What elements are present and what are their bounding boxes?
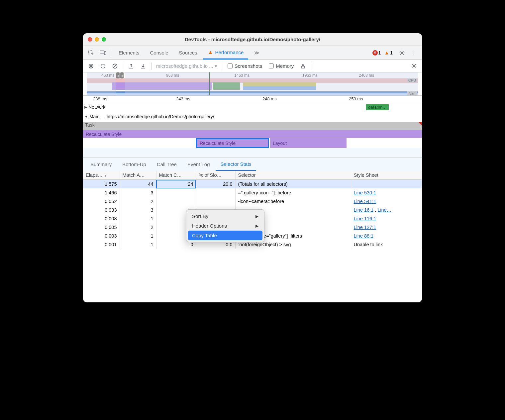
ruler-tick: 243 ms (176, 96, 190, 101)
menu-sortby[interactable]: Sort By ▶ (188, 211, 262, 221)
tab-console[interactable]: Console (146, 46, 173, 59)
kebab-menu-icon[interactable]: ⋮ (409, 48, 419, 58)
garbage-collect-icon[interactable] (298, 61, 308, 71)
tab-summary[interactable]: Summary (86, 158, 116, 171)
main-track-header[interactable]: ▼ Main — https://microsoftedge.github.io… (83, 113, 422, 122)
col-match-attempts[interactable]: Match A… (120, 171, 156, 180)
separator (151, 62, 152, 70)
flame-chart[interactable]: ▶ Network data:im… ▼ Main — https://micr… (83, 103, 422, 158)
menu-header-options[interactable]: Header Options ▶ (188, 221, 262, 231)
stylesheet-link[interactable]: Line… (377, 207, 391, 213)
network-track[interactable]: ▶ Network data:im… (83, 103, 422, 113)
table-row[interactable]: 0.0522-icon--camera::beforeLine 541:1 (83, 197, 422, 206)
svg-point-3 (401, 52, 403, 53)
stylesheet-link[interactable]: Line 116:1 (354, 216, 376, 221)
error-count: 1 (378, 50, 381, 55)
recalc-row-2[interactable]: Recalculate Style Layout (83, 138, 422, 148)
clear-icon[interactable] (110, 61, 120, 71)
zoom-icon[interactable] (102, 37, 106, 42)
table-cell: 44 (120, 180, 156, 189)
table-cell: -icon--camera::before (235, 197, 351, 206)
table-cell: 0.003 (83, 232, 120, 240)
titlebar: DevTools - microsoftedge.github.io/Demos… (83, 33, 422, 46)
record-icon[interactable] (86, 61, 96, 71)
svg-rect-1 (100, 51, 104, 54)
tab-eventlog[interactable]: Event Log (183, 158, 215, 171)
error-indicator[interactable]: ✕ 1 (372, 50, 381, 55)
table-cell[interactable]: Line 127:1 (351, 223, 422, 232)
screenshots-checkbox[interactable]: Screenshots (228, 63, 262, 69)
menu-header-label: Header Options (192, 223, 227, 229)
reload-icon[interactable] (98, 61, 108, 71)
table-cell (196, 188, 235, 197)
overview-pane[interactable]: 463 ms 963 ms 1463 ms 1963 ms 2463 ms CP… (83, 72, 422, 96)
stylesheet-link[interactable]: Line 541:1 (354, 199, 376, 204)
recalc-row-1[interactable]: Recalculate Style (83, 130, 422, 138)
chevron-right-icon: ▶ (255, 224, 258, 228)
warning-icon: ▲ (208, 49, 213, 55)
table-cell: 0.001 (83, 240, 120, 249)
table-cell[interactable]: Line 541:1 (351, 197, 422, 206)
memory-checkbox[interactable]: Memory (269, 63, 294, 69)
upload-icon[interactable] (126, 61, 137, 71)
table-cell: 3 (120, 206, 156, 214)
screenshots-checkbox-input[interactable] (228, 63, 233, 68)
close-icon[interactable] (88, 37, 92, 42)
table-cell[interactable]: Line 530:1 (351, 188, 422, 197)
warning-indicator[interactable]: ▲ 1 (384, 50, 393, 56)
recording-select[interactable]: microsoftedge.github.io ... ▾ (156, 63, 217, 69)
table-cell[interactable]: Line 88:1 (351, 232, 422, 240)
col-elapsed[interactable]: Elaps…▼ (83, 171, 120, 180)
memory-checkbox-input[interactable] (269, 63, 274, 68)
stylesheet-link[interactable]: Line 16:1 (354, 207, 374, 213)
table-cell: 1 (120, 232, 156, 240)
col-match-count[interactable]: Match C… (156, 171, 196, 180)
col-selector[interactable]: Selector (235, 171, 351, 180)
table-cell: 0.008 (83, 214, 120, 223)
details-tabs: Summary Bottom-Up Call Tree Event Log Se… (83, 158, 422, 171)
col-percent-slow[interactable]: % of Slo… (196, 171, 235, 180)
main-tabstrip: Elements Console Sources ▲ Performance ≫… (83, 46, 422, 60)
download-icon[interactable] (138, 61, 149, 71)
overview-handle-left[interactable] (116, 72, 120, 78)
collapse-icon[interactable]: ▼ (84, 115, 88, 119)
menu-copy-table[interactable]: Copy Table (188, 231, 262, 240)
separator (222, 62, 222, 70)
minimize-icon[interactable] (95, 37, 99, 42)
sort-desc-icon: ▼ (104, 174, 107, 177)
table-cell (351, 180, 422, 189)
timeline-ruler: 238 ms 243 ms 248 ms 253 ms (83, 96, 422, 103)
stylesheet-link[interactable]: Line 88:1 (354, 233, 374, 239)
svg-point-5 (90, 65, 92, 67)
tab-sources[interactable]: Sources (174, 46, 202, 59)
tab-elements[interactable]: Elements (114, 46, 144, 59)
table-cell[interactable]: Line 16:1 , Line… (351, 206, 422, 214)
recalc2-label: Recalculate Style (200, 141, 236, 146)
inspect-icon[interactable] (86, 48, 96, 58)
context-menu[interactable]: Sort By ▶ Header Options ▶ Copy Table (186, 209, 264, 242)
tab-more[interactable]: ≫ (250, 46, 264, 59)
stylesheet-link[interactable]: Line 127:1 (354, 225, 376, 230)
stylesheet-link[interactable]: Line 530:1 (354, 190, 376, 195)
tab-performance[interactable]: ▲ Performance (203, 46, 249, 59)
task-row[interactable]: Task (83, 122, 422, 130)
tab-bottomup[interactable]: Bottom-Up (118, 158, 151, 171)
capture-settings-icon[interactable] (409, 61, 419, 71)
tab-calltree[interactable]: Call Tree (152, 158, 181, 171)
table-cell[interactable]: Line 116:1 (351, 214, 422, 223)
device-toggle-icon[interactable] (98, 48, 108, 58)
table-row[interactable]: 1.575442420.0(Totals for all selectors) (83, 180, 422, 189)
col-stylesheet[interactable]: Style Sheet (351, 171, 422, 180)
tab-selectorstats[interactable]: Selector Stats (216, 158, 256, 171)
network-chip[interactable]: data:im… (366, 104, 389, 110)
table-cell: 0.052 (83, 197, 120, 206)
table-cell: 0.005 (83, 223, 120, 232)
ruler-tick: 253 ms (349, 96, 363, 101)
main-label: Main — https://microsoftedge.github.io/D… (89, 114, 214, 119)
overview-handle-right[interactable] (120, 72, 124, 78)
tab-performance-label: Performance (215, 50, 244, 55)
settings-icon[interactable] (397, 48, 407, 58)
table-row[interactable]: 1.4663=" gallery-icon--"]::beforeLine 53… (83, 188, 422, 197)
expand-icon[interactable]: ▶ (84, 105, 87, 109)
ruler-tick: 248 ms (262, 96, 277, 101)
